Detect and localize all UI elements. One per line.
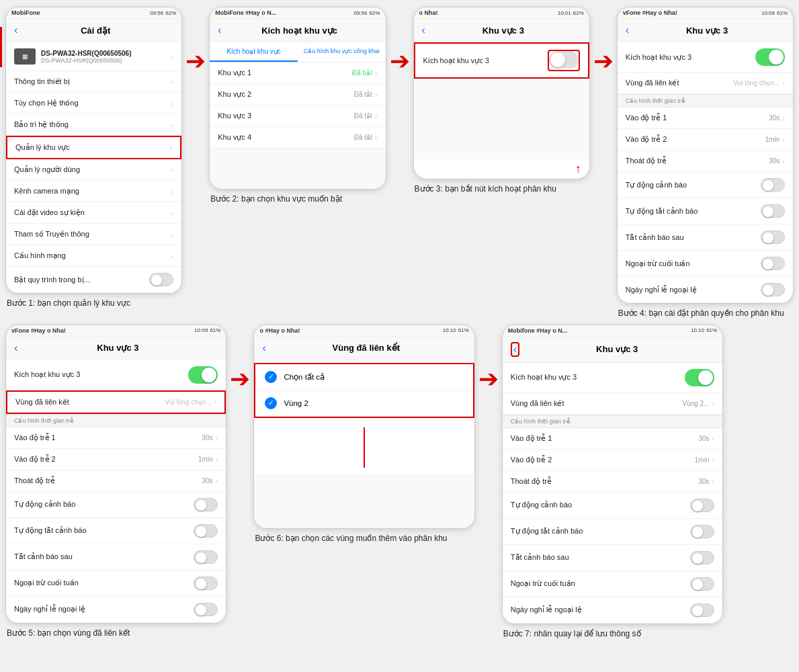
toggle-autooffwarn-5[interactable] [194, 524, 218, 538]
exit-delay-7[interactable]: Thoát độ trễ 30s › [503, 471, 722, 493]
toggle-autowarn-4[interactable] [761, 178, 785, 192]
chevron-2: › [171, 121, 174, 129]
toggle-offafter-4[interactable] [761, 230, 785, 244]
toggle-batquy[interactable] [149, 273, 173, 286]
menu-thamso[interactable]: Tham số Truyền thông › [6, 224, 181, 245]
device-info: DS-PWA32-HSR(Q00650506) DS-PWA32-HSR(Q00… [41, 50, 166, 64]
time-3: 10:01 62% [558, 10, 584, 16]
device-sub: DS-PWA32-HSR(Q00650506) [41, 57, 166, 64]
toggle-activate-7[interactable] [685, 369, 714, 386]
header-7: ‹ Khu vực 3 [503, 337, 722, 363]
title-2: Kích hoạt khu vực [222, 26, 378, 36]
zone-2-right: Đã tắt › [354, 91, 378, 99]
delay2-5[interactable]: Vào độ trễ 2 1min › [6, 449, 226, 470]
red-line-down [364, 427, 365, 468]
delay1-4[interactable]: Vào độ trễ 1 30s › [618, 108, 793, 129]
zone-3[interactable]: Khu vực 3 Đã tắt › [210, 106, 385, 127]
toggle-activate-3[interactable] [549, 51, 579, 69]
zone-4[interactable]: Khu vực 4 Đã tắt › [210, 127, 385, 149]
auto-off-warn-7[interactable]: Tự động tắt cảnh báo [503, 519, 722, 545]
holiday-7[interactable]: Ngày nghỉ lễ ngoại lệ [503, 597, 722, 624]
chevron-3: › [170, 144, 173, 152]
toggle-holiday-4[interactable] [761, 283, 785, 296]
activate-row-4[interactable]: Kích hoạt khu vực 3 [618, 42, 793, 73]
battery-1: 62% [165, 10, 176, 16]
off-after-5[interactable]: Tắt cảnh báo sau [6, 544, 226, 571]
toggle-autooffwarn-7[interactable] [690, 525, 714, 538]
tab-cauhinh[interactable]: Cấu hình khu vực công khai [298, 42, 386, 62]
menu-baotri[interactable]: Bảo trì hệ thống › [6, 114, 181, 136]
empty-space-2 [210, 149, 385, 189]
toggle-autowarn-7[interactable] [690, 499, 714, 512]
menu-camera[interactable]: Kênh camera mạng › [6, 181, 181, 202]
carrier-2: MobiFone #Hay o N... [215, 9, 276, 16]
menu-thongtin[interactable]: Thông tin thiết bị › [6, 71, 181, 93]
step5-block: vFone #Hay o Nha! 10:09 61% ‹ Khu vực 3 … [5, 325, 226, 639]
device-icon: ▦ [14, 48, 36, 65]
toggle-holiday-5[interactable] [194, 603, 218, 616]
step1-block: MobiFone 09:56 62% ‹ Cài đặt ▦ [5, 7, 182, 309]
off-after-7[interactable]: Tắt cảnh báo sau [503, 545, 722, 571]
header-6: ‹ Vùng đã liên kết [254, 337, 474, 360]
linked-item-all[interactable]: ✓ Chọn tất cả [255, 364, 472, 390]
auto-warn-5[interactable]: Tự động cảnh báo [6, 492, 226, 518]
toggle-offafter-5[interactable] [194, 550, 218, 564]
auto-warn-7[interactable]: Tự động cảnh báo [503, 493, 722, 519]
linked-row-5-highlighted[interactable]: Vùng đã liên kết Vui lòng chọn... › [6, 390, 226, 414]
delay2-4[interactable]: Vào độ trễ 2 1min › [618, 129, 793, 151]
no-weekend-7[interactable]: Ngoại trừ cuối tuần [503, 571, 722, 597]
title-4: Khu vực 3 [629, 26, 785, 36]
exit-delay-5[interactable]: Thoát độ trễ 30s › [6, 470, 226, 492]
activate-row-7[interactable]: Kích hoạt khu vực 3 [503, 363, 722, 393]
menu-quanly-highlighted[interactable]: Quản lý khu vực › [6, 136, 181, 159]
activate-row-5[interactable]: Kích hoạt khu vực 3 [6, 360, 226, 390]
chevron-6: › [171, 209, 174, 217]
auto-off-warn-5[interactable]: Tự động tắt cảnh báo [6, 518, 226, 544]
exit-delay-4[interactable]: Thoát độ trễ 30s › [618, 151, 793, 172]
menu-nguoidung[interactable]: Quản lý người dùng › [6, 159, 181, 181]
holiday-5[interactable]: Ngày nghỉ lễ ngoại lệ [6, 597, 226, 623]
section-delay-4: Cấu hình thời gian trễ [618, 94, 793, 108]
delay1-5[interactable]: Vào độ trễ 1 30s › [6, 427, 226, 449]
arrow-2-3: ➔ [390, 7, 409, 75]
section-delay-7: Cấu hình thời gian trễ [503, 415, 722, 428]
toggle-holiday-7[interactable] [690, 603, 714, 617]
zone-1[interactable]: Khu vực 1 Đã bật › [210, 62, 385, 84]
menu-cauhinh[interactable]: Cấu hình mạng › [6, 245, 181, 267]
device-row[interactable]: ▦ DS-PWA32-HSR(Q00650506) DS-PWA32-HSR(Q… [6, 42, 181, 71]
header-1: ‹ Cài đặt [6, 19, 181, 42]
back-button-7-highlighted[interactable]: ‹ [511, 342, 519, 357]
toggle-autowarn-5[interactable] [194, 498, 218, 511]
linked-item-zone2[interactable]: ✓ Vùng 2 [255, 390, 472, 417]
toggle-autooffwarn-4[interactable] [761, 204, 785, 218]
header-3: ‹ Khu vực 3 [414, 19, 589, 42]
zone-2[interactable]: Khu vực 2 Đã tắt › [210, 84, 385, 106]
no-weekend-5[interactable]: Ngoại trừ cuối tuần [6, 571, 226, 597]
menu-tuychon[interactable]: Tùy chọn Hệ thống › [6, 93, 181, 114]
toggle-activate-4[interactable] [755, 48, 785, 66]
menu-batquy[interactable]: Bật quy trình trong bị... [6, 267, 181, 293]
menu-video[interactable]: Cài đặt video sự kiện › [6, 202, 181, 224]
linked-row-7[interactable]: Vùng đã liên kết Vùng 2... › [503, 393, 722, 415]
time-1: 09:56 [150, 10, 163, 16]
caption-step1: Bước 1: bạn chọn quản lý khu vực [5, 298, 132, 309]
no-weekend-4[interactable]: Ngoại trừ cuối tuần [618, 251, 793, 277]
toggle-noweekend-5[interactable] [194, 577, 218, 590]
status-bar-3: o Nha! 10:01 62% [414, 7, 589, 19]
zone-1-right: Đã bật › [352, 69, 378, 77]
off-after-4[interactable]: Tắt cảnh báo sau [618, 224, 793, 251]
delay1-7[interactable]: Vào độ trễ 1 30s › [503, 428, 722, 450]
carrier-3: o Nha! [419, 9, 438, 16]
auto-off-warn-4[interactable]: Tự động tắt cảnh báo [618, 198, 793, 224]
toggle-noweekend-4[interactable] [761, 257, 785, 270]
delay2-7[interactable]: Vào độ trễ 2 1min › [503, 450, 722, 471]
linked-row-4[interactable]: Vùng đã liên kết Vui lòng chọn... › [618, 73, 793, 94]
tab-kichhoat[interactable]: Kích hoạt khu vực [210, 42, 298, 62]
toggle-activate-5[interactable] [188, 366, 218, 384]
activate-row-3[interactable]: Kích hoạt khu vực 3 [414, 42, 589, 79]
toggle-offafter-7[interactable] [690, 551, 714, 564]
toggle-noweekend-7[interactable] [690, 577, 714, 591]
auto-warn-4[interactable]: Tự động cảnh báo [618, 172, 793, 198]
chevron-0: › [171, 78, 174, 86]
holiday-4[interactable]: Ngày nghỉ lễ ngoại lệ [618, 277, 793, 303]
